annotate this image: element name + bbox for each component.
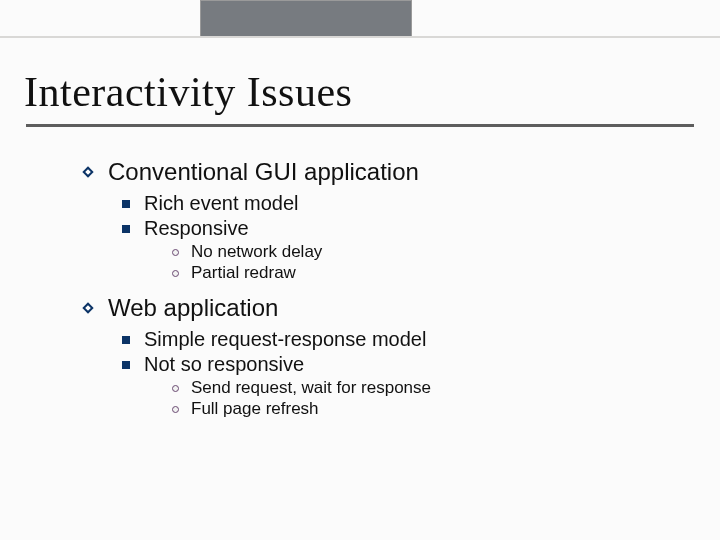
bullet-level3: Full page refresh (172, 399, 431, 419)
bullet-level1: Web application (80, 294, 431, 322)
bullet-level3: Partial redraw (172, 263, 431, 283)
bullet-level3: No network delay (172, 242, 431, 262)
decorative-top-line (0, 36, 720, 38)
dot-icon (172, 249, 179, 256)
diamond-icon (80, 300, 96, 316)
square-icon (122, 336, 130, 344)
bullet-text: Full page refresh (191, 399, 319, 419)
bullet-text: Rich event model (144, 192, 299, 215)
bullet-level1: Conventional GUI application (80, 158, 431, 186)
title-underline (26, 124, 694, 127)
bullet-text: Conventional GUI application (108, 158, 419, 186)
slide-title: Interactivity Issues (24, 68, 352, 116)
bullet-level2: Simple request-response model (122, 328, 431, 351)
bullet-text: Simple request-response model (144, 328, 426, 351)
slide-body: Conventional GUI application Rich event … (80, 158, 431, 420)
bullet-text: No network delay (191, 242, 322, 262)
bullet-level3: Send request, wait for response (172, 378, 431, 398)
bullet-text: Send request, wait for response (191, 378, 431, 398)
bullet-text: Not so responsive (144, 353, 304, 376)
square-icon (122, 225, 130, 233)
diamond-icon (80, 164, 96, 180)
bullet-text: Web application (108, 294, 278, 322)
slide: Interactivity Issues Conventional GUI ap… (0, 0, 720, 540)
bullet-text: Partial redraw (191, 263, 296, 283)
bullet-text: Responsive (144, 217, 249, 240)
decorative-top-bar (200, 0, 412, 38)
square-icon (122, 200, 130, 208)
dot-icon (172, 270, 179, 277)
square-icon (122, 361, 130, 369)
dot-icon (172, 385, 179, 392)
bullet-level2: Rich event model (122, 192, 431, 215)
bullet-level2: Responsive (122, 217, 431, 240)
dot-icon (172, 406, 179, 413)
bullet-level2: Not so responsive (122, 353, 431, 376)
